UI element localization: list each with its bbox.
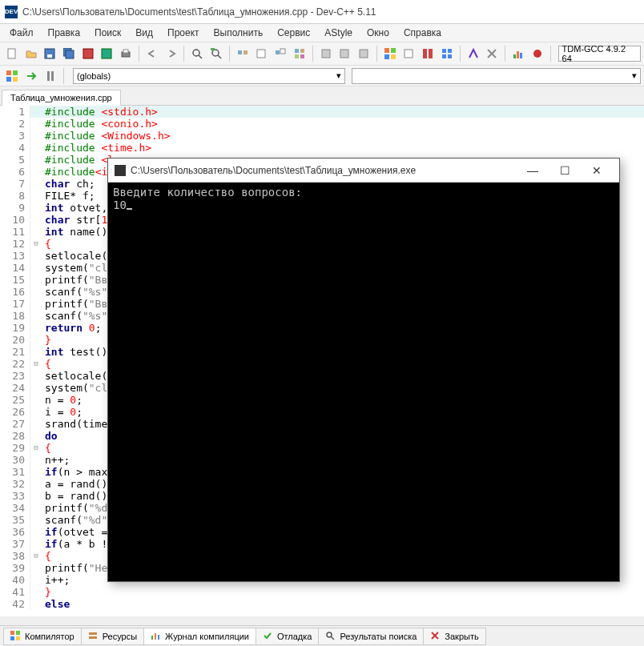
find-button[interactable] (188, 45, 206, 62)
fold-marker (30, 262, 42, 274)
bottom-tab-ресурсы[interactable]: Ресурсы (81, 628, 144, 645)
bottom-tab-журнал-компиляции[interactable]: Журнал компиляции (143, 628, 256, 645)
bottom-tab-результаты-поиска[interactable]: Результаты поиска (318, 628, 424, 645)
code-text: #include<io (42, 166, 114, 178)
open-file-button[interactable] (22, 45, 40, 62)
svg-rect-40 (517, 51, 519, 58)
code-text: char str[10 (42, 214, 114, 226)
svg-rect-17 (276, 50, 280, 54)
redo-button[interactable] (163, 45, 180, 62)
code-line[interactable]: 4#include <time.h> (0, 142, 644, 154)
svg-point-42 (533, 50, 541, 58)
project-button[interactable] (99, 45, 116, 62)
bug-button[interactable] (529, 45, 546, 62)
svg-point-9 (193, 50, 199, 56)
line-number: 6 (0, 166, 30, 178)
scope-selector[interactable]: (globals)▾ (73, 68, 345, 84)
maximize-button[interactable]: ☐ (549, 159, 581, 182)
svg-rect-4 (66, 50, 74, 58)
goto-button[interactable] (22, 67, 40, 85)
menu-проект[interactable]: Проект (161, 26, 206, 40)
menu-сервис[interactable]: Сервис (271, 26, 316, 40)
debug-stop-button[interactable] (483, 45, 501, 62)
tool-b-button[interactable] (336, 45, 353, 62)
menu-astyle[interactable]: AStyle (318, 26, 359, 40)
print-button[interactable] (117, 45, 135, 62)
windows-b-button[interactable] (400, 45, 418, 62)
console-output[interactable]: Введите количество вопросов: 10 (108, 183, 619, 215)
fold-marker (30, 370, 42, 382)
undo-button[interactable] (143, 45, 161, 62)
tool-a-button[interactable] (317, 45, 335, 62)
breakpoint-button[interactable] (42, 67, 59, 85)
symbol-selector[interactable]: ▾ (352, 68, 641, 84)
code-text: if(otvet == (42, 526, 114, 538)
compile-run-button[interactable] (272, 45, 289, 62)
run-button[interactable] (253, 45, 271, 62)
fold-marker (30, 310, 42, 322)
menu-выполнить[interactable]: Выполнить (207, 26, 270, 40)
svg-rect-13 (211, 48, 215, 50)
svg-rect-54 (89, 636, 97, 639)
code-line[interactable]: 2#include <conio.h> (0, 118, 644, 130)
fold-marker[interactable]: ⊟ (30, 238, 42, 250)
code-line[interactable]: 42else (0, 598, 644, 610)
bottom-tab-закрыть[interactable]: Закрыть (423, 628, 485, 645)
fold-marker (30, 250, 42, 262)
bottom-tab-компилятор[interactable]: Компилятор (3, 628, 82, 645)
menu-поиск[interactable]: Поиск (88, 26, 127, 40)
sources-button[interactable] (79, 45, 97, 62)
bottom-tab-отладка[interactable]: Отладка (256, 628, 319, 645)
svg-line-59 (331, 636, 334, 640)
line-number: 28 (0, 430, 30, 442)
windows-c-button[interactable] (419, 45, 437, 62)
fold-marker[interactable]: ⊟ (30, 550, 42, 562)
debug-start-button[interactable] (465, 45, 482, 62)
close-icon (430, 631, 441, 642)
save-all-button[interactable] (60, 45, 78, 62)
svg-rect-5 (83, 49, 93, 58)
svg-rect-29 (391, 54, 396, 59)
code-text: FILE* f; (42, 190, 95, 202)
svg-rect-16 (257, 50, 265, 58)
fold-marker[interactable]: ⊟ (30, 358, 42, 370)
file-tab[interactable]: Таблица_умножения.cpp (2, 90, 121, 106)
code-text: char ch; (42, 178, 95, 190)
compiler-selector[interactable]: TDM-GCC 4.9.2 64 (558, 46, 641, 62)
code-line[interactable]: 1#include <stdio.h> (0, 106, 644, 118)
windows-a-button[interactable] (381, 45, 399, 62)
code-line[interactable]: 3#include <Windows.h> (0, 130, 644, 142)
rebuild-button[interactable] (291, 45, 308, 62)
menu-справка[interactable]: Справка (397, 26, 448, 40)
line-number: 39 (0, 562, 30, 574)
bookmark-button[interactable] (3, 67, 21, 85)
line-number: 8 (0, 190, 30, 202)
new-file-button[interactable] (3, 45, 21, 62)
svg-rect-27 (391, 48, 396, 53)
fold-marker[interactable]: ⊟ (30, 442, 42, 454)
menu-файл[interactable]: Файл (3, 26, 40, 40)
line-number: 23 (0, 370, 30, 382)
compile-button[interactable] (234, 45, 252, 62)
svg-rect-34 (448, 49, 452, 53)
menu-вид[interactable]: Вид (129, 26, 159, 40)
titlebar: DEV C:\Users\Пользователь\Documents\test… (0, 0, 644, 24)
code-line[interactable]: 41} (0, 586, 644, 598)
replace-button[interactable] (207, 45, 225, 62)
code-text: else (42, 598, 70, 610)
close-button[interactable]: ✕ (581, 159, 613, 182)
menu-окно[interactable]: Окно (360, 26, 396, 40)
menu-правка[interactable]: Правка (42, 26, 87, 40)
code-text: } (42, 334, 51, 346)
tool-c-button[interactable] (355, 45, 372, 62)
main-toolbar: TDM-GCC 4.9.2 64 (0, 42, 644, 66)
code-text: i++; (42, 574, 70, 586)
save-button[interactable] (41, 45, 58, 62)
window-title: C:\Users\Пользователь\Documents\test\Таб… (22, 6, 376, 18)
line-number: 15 (0, 274, 30, 286)
line-number: 17 (0, 298, 30, 310)
fold-marker (30, 118, 42, 130)
chart-button[interactable] (509, 45, 527, 62)
minimize-button[interactable]: — (517, 159, 549, 182)
windows-d-button[interactable] (438, 45, 456, 62)
